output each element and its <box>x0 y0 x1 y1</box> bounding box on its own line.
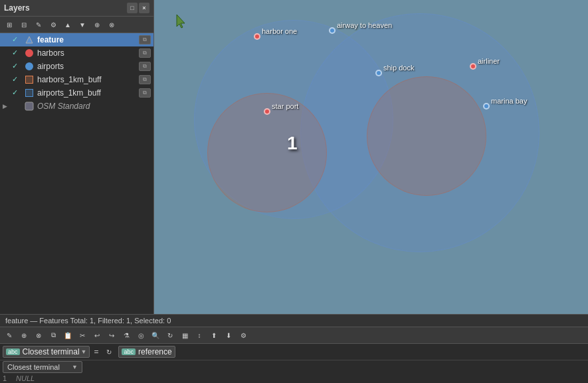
layer-check-feature[interactable]: ✓ <box>12 35 21 44</box>
layer-end-icon-harbors[interactable]: ⧉ <box>139 48 151 58</box>
layer-end-icon-airports[interactable]: ⧉ <box>139 62 151 71</box>
layer-end-icon-airports_1km_buff[interactable]: ⧉ <box>139 88 151 98</box>
layer-icon-feature <box>24 35 35 45</box>
attr-select-button[interactable]: ◎ <box>134 329 147 342</box>
map-point-airway_to_heaven <box>329 27 336 34</box>
buffer-circle <box>300 13 539 252</box>
dropdown-chevron-icon: ▼ <box>72 364 78 370</box>
field-selector-name: Closest terminal <box>23 347 80 356</box>
layer-item-airports_1km_buff[interactable]: ✓airports_1km_buff⧉ <box>0 86 153 100</box>
layer-expand-osm_standard: ▶ <box>3 103 9 110</box>
data-value-row: 1 NULL <box>0 374 588 383</box>
filter-button[interactable]: ⚙ <box>47 18 60 31</box>
layer-item-harbors_1km_buff[interactable]: ✓harbors_1km_buff⧉ <box>0 73 153 86</box>
layer-check-harbors_1km_buff[interactable]: ✓ <box>12 75 21 84</box>
map-feature-number: 1 <box>287 133 298 154</box>
buffer-circle <box>194 20 393 219</box>
sidebar-close-icon[interactable]: × <box>139 3 149 13</box>
attr-sort-button[interactable]: ↕ <box>193 329 206 342</box>
map-label-airway_to_heaven: airway to heaven <box>337 21 392 29</box>
update-field-button[interactable]: ↻ <box>102 345 116 358</box>
collapse-all-button[interactable]: ⊗ <box>105 18 118 31</box>
layer-item-airports[interactable]: ✓airports⧉ <box>0 60 153 73</box>
svg-rect-1 <box>25 102 33 110</box>
layer-item-feature[interactable]: ✓feature⧉ <box>0 33 153 46</box>
layer-name-airports_1km_buff: airports_1km_buff <box>37 88 136 98</box>
equals-sign: = <box>92 347 100 356</box>
layer-item-osm_standard[interactable]: ▶OSM Standard <box>0 100 153 113</box>
ref-field-name: reference <box>138 347 172 356</box>
row-number: 1 <box>3 374 13 382</box>
attr-toolbar: ✎ ⊕ ⊗ ⧉ 📋 ✂ ↩ ↪ ⚗ ◎ 🔍 ↻ ▦ ↕ ⬆ ⬇ ⚙ <box>0 327 588 344</box>
remove-layer-button[interactable]: ⊟ <box>17 18 31 31</box>
map-label-marina_bay: marina bay <box>491 97 527 105</box>
status-text: feature — Features Total: 1, Filtered: 1… <box>5 317 171 325</box>
attr-cols-button[interactable]: ▦ <box>178 329 191 342</box>
map-area[interactable]: harbor oneairway to heavenship dockairli… <box>154 0 588 314</box>
layers-toolbar: ⊞ ⊟ ✎ ⚙ ▲ ▼ ⊕ ⊗ <box>0 17 153 33</box>
map-canvas: harbor oneairway to heavenship dockairli… <box>154 0 588 314</box>
attr-add-button[interactable]: ⊕ <box>17 329 31 342</box>
layer-item-harbors[interactable]: ✓harbors⧉ <box>0 46 153 60</box>
layer-name-harbors_1km_buff: harbors_1km_buff <box>37 75 136 84</box>
attr-settings-button[interactable]: ⚙ <box>237 329 250 342</box>
attr-copy-button[interactable]: ⧉ <box>47 329 60 342</box>
layer-check-airports_1km_buff[interactable]: ✓ <box>12 88 21 98</box>
attr-paste-button[interactable]: 📋 <box>61 329 74 342</box>
sidebar-header-icons: □ × <box>127 3 149 13</box>
layer-icon-airports <box>24 61 35 72</box>
layer-check-harbors[interactable]: ✓ <box>12 48 21 58</box>
attr-redo-button[interactable]: ↪ <box>105 329 118 342</box>
layer-name-airports: airports <box>37 62 136 71</box>
map-label-harbor_one: harbor one <box>262 27 297 35</box>
closest-terminal-label: Closest terminal <box>7 363 60 371</box>
sidebar-header: Layers □ × <box>0 0 153 17</box>
attr-undo-button[interactable]: ↩ <box>90 329 104 342</box>
layer-check-osm_standard[interactable] <box>12 102 21 111</box>
move-up-button[interactable]: ▲ <box>61 18 74 31</box>
attr-filter-button[interactable]: ⚗ <box>120 329 133 342</box>
svg-marker-0 <box>26 37 33 43</box>
layer-icon-harbors <box>24 48 35 58</box>
data-header-row: Closest terminal ▼ <box>0 360 588 374</box>
ref-tag: abc <box>122 348 136 355</box>
add-layer-button[interactable]: ⊞ <box>3 18 16 31</box>
layer-end-icon-feature[interactable]: ⧉ <box>139 35 151 44</box>
layer-name-feature: feature <box>37 35 136 44</box>
bottom-panel: feature — Features Total: 1, Filtered: 1… <box>0 314 588 383</box>
attr-delete-button[interactable]: ⊗ <box>32 329 45 342</box>
map-point-ship_dock <box>375 70 382 76</box>
cursor-icon <box>174 13 187 31</box>
layer-name-harbors: harbors <box>37 48 136 58</box>
layer-properties-button[interactable]: ✎ <box>32 18 45 31</box>
layer-name-osm_standard: OSM Standard <box>37 102 151 111</box>
move-down-button[interactable]: ▼ <box>76 18 89 31</box>
sidebar-minimize-icon[interactable]: □ <box>127 3 138 13</box>
status-bar: feature — Features Total: 1, Filtered: 1… <box>0 315 588 327</box>
layer-icon-osm_standard <box>24 101 35 112</box>
closest-terminal-dropdown[interactable]: Closest terminal ▼ <box>3 361 82 373</box>
map-point-harbor_one <box>254 33 260 40</box>
expand-all-button[interactable]: ⊕ <box>90 18 104 31</box>
attr-field-row: abc Closest terminal ▼ = ↻ abc reference <box>0 344 588 360</box>
attr-import-button[interactable]: ⬇ <box>222 329 235 342</box>
field-selector-dropdown[interactable]: abc Closest terminal ▼ <box>3 346 90 358</box>
layer-end-icon-harbors_1km_buff[interactable]: ⧉ <box>139 75 151 84</box>
map-point-marina_bay <box>483 103 490 110</box>
attr-refresh-button[interactable]: ↻ <box>163 329 177 342</box>
map-label-star_port: star port <box>272 102 298 110</box>
reference-field[interactable]: abc reference <box>118 346 175 358</box>
sidebar: Layers □ × ⊞ ⊟ ✎ ⚙ ▲ ▼ ⊕ ⊗ ✓feature⧉✓har… <box>0 0 154 314</box>
attr-cut-button[interactable]: ✂ <box>76 329 89 342</box>
attr-zoom-button[interactable]: 🔍 <box>149 329 162 342</box>
map-point-star_port <box>264 108 270 115</box>
buffer-circle <box>207 93 327 212</box>
layer-icon-harbors_1km_buff <box>24 74 35 85</box>
map-label-ship_dock: ship dock <box>383 64 414 72</box>
attr-export-button[interactable]: ⬆ <box>207 329 221 342</box>
layer-check-airports[interactable]: ✓ <box>12 62 21 71</box>
buffer-circle <box>367 76 486 196</box>
null-value: NULL <box>16 374 35 382</box>
attr-edit-button[interactable]: ✎ <box>3 329 16 342</box>
field-tag: abc <box>6 348 20 355</box>
